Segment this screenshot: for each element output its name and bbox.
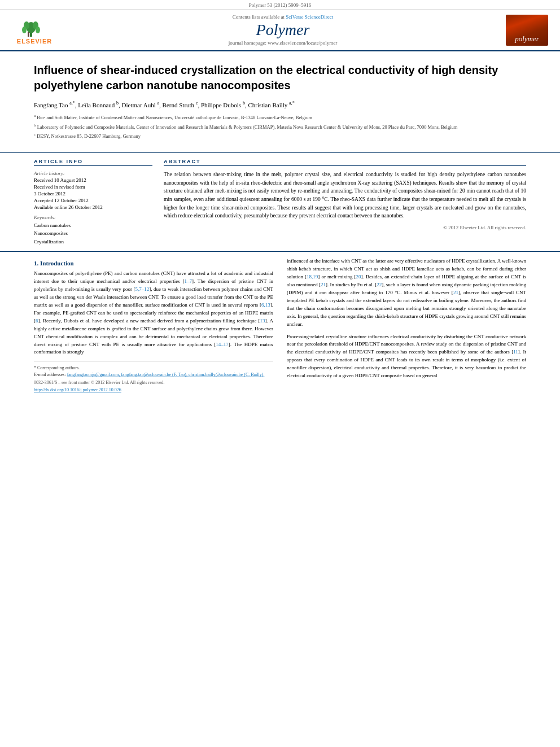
authors-line: Fangfang Tao a,*, Leïla Bonnaud b, Dietm…: [34, 100, 526, 110]
affiliations: a Bio- and Soft Matter, Institute of Con…: [34, 113, 526, 140]
elsevier-wordmark: ELSEVIER: [17, 38, 52, 45]
svg-point-4: [22, 27, 27, 33]
intro-heading: 1. Introduction: [34, 260, 273, 267]
article-info-abstract: ARTICLE INFO Article history: Received 1…: [0, 152, 560, 251]
ref-11[interactable]: 11: [513, 349, 518, 355]
keyword-3: Crystallization: [34, 238, 152, 246]
ref-14-17[interactable]: 14–17: [216, 342, 229, 347]
affil-c: c DESY, Notkestrasse 85, D-22607 Hamburg…: [34, 132, 526, 140]
keywords-label: Keywords:: [34, 215, 152, 220]
polymer-logo: polymer: [506, 15, 551, 46]
polymer-logo-image: polymer: [506, 15, 548, 46]
affil-a: a Bio- and Soft Matter, Institute of Con…: [34, 113, 526, 121]
author-6: Christian Bailly a,*: [248, 102, 294, 108]
intro-para-right-1: influenced at the interface with CNT as …: [287, 257, 526, 328]
body-left-col: 1. Introduction Nanocomposites of polyet…: [34, 257, 273, 392]
received-date: Received 10 August 2012: [34, 177, 152, 183]
article-info-col: ARTICLE INFO Article history: Received 1…: [34, 159, 152, 246]
footnote-section: * Corresponding authors. E-mail addresse…: [34, 361, 273, 392]
sciverse-text: Contents lists available at SciVerse Sci…: [65, 14, 500, 20]
ref-21[interactable]: 21: [321, 282, 326, 287]
affil-b: b Laboratory of Polymeric and Composite …: [34, 123, 526, 131]
email-link[interactable]: fangfangtao.nju@gmail.com, fangfang.tao@…: [67, 372, 265, 377]
journal-header: ELSEVIER Contents lists available at Sci…: [0, 10, 560, 51]
main-body: 1. Introduction Nanocomposites of polyet…: [0, 251, 560, 398]
ref-18-19[interactable]: 18,19: [307, 274, 318, 279]
ref-20[interactable]: 20: [356, 274, 361, 279]
author-3: Dietmar Auhl a: [122, 102, 160, 108]
ref-1-7[interactable]: 1–7: [184, 278, 192, 284]
svg-point-5: [36, 27, 40, 33]
body-two-col: 1. Introduction Nanocomposites of polyet…: [34, 257, 526, 392]
article-title-section: Influence of shear-induced crystallizati…: [0, 51, 560, 152]
ref-13[interactable]: 13: [260, 318, 265, 324]
email-label: E-mail addresses: fangfangtao.nju@gmail.…: [34, 372, 273, 378]
journal-name: Polymer: [65, 21, 500, 39]
doi-link: http://dx.doi.org/10.1016/j.polymer.2012…: [34, 387, 273, 392]
history-label: Article history:: [34, 171, 152, 176]
article-info-label: ARTICLE INFO: [34, 159, 152, 166]
accepted-date: Accepted 12 October 2012: [34, 198, 152, 203]
polymer-logo-word: polymer: [515, 34, 539, 43]
author-5: Philippe Dubois b: [201, 102, 245, 108]
keyword-2: Nanocomposites: [34, 229, 152, 237]
abstract-label: ABSTRACT: [164, 159, 526, 166]
available-date: Available online 26 October 2012: [34, 204, 152, 210]
journal-homepage: journal homepage: www.elsevier.com/locat…: [65, 40, 500, 46]
author-4: Bernd Struth c: [163, 102, 198, 108]
elsevier-logo: ELSEVIER: [9, 15, 60, 45]
abstract-copyright: © 2012 Elsevier Ltd. All rights reserved…: [164, 225, 526, 230]
ref-6-13[interactable]: 6,13: [261, 302, 270, 308]
elsevier-tree-icon: [20, 15, 49, 38]
keyword-1: Carbon nanotubes: [34, 221, 152, 229]
received-revised-label: Received in revised form: [34, 184, 152, 190]
ref-6[interactable]: 6: [36, 318, 38, 324]
intro-para-1: Nanocomposites of polyethylene (PE) and …: [34, 270, 273, 356]
sciverse-link[interactable]: SciVerse ScienceDirect: [286, 14, 333, 20]
journal-citation-bar: Polymer 53 (2012) 5909–5916: [0, 0, 560, 10]
copyright-footer: 0032-3861/$ – see front matter © 2012 El…: [34, 379, 273, 386]
author-1: Fangfang Tao a,*: [34, 102, 75, 108]
journal-center: Contents lists available at SciVerse Sci…: [65, 14, 500, 46]
ref-5-12[interactable]: 5,7–12: [135, 286, 149, 292]
journal-citation: Polymer 53 (2012) 5909–5916: [249, 2, 312, 8]
doi-anchor[interactable]: http://dx.doi.org/10.1016/j.polymer.2012…: [34, 387, 121, 392]
revised-date: 3 October 2012: [34, 191, 152, 196]
abstract-text: The relation between shear-mixing time i…: [164, 171, 526, 220]
homepage-link[interactable]: journal homepage: www.elsevier.com/locat…: [229, 40, 337, 46]
article-title: Influence of shear-induced crystallizati…: [34, 63, 526, 93]
corresponding-note: * Corresponding authors.: [34, 365, 273, 372]
ref-22[interactable]: 22: [377, 282, 382, 287]
intro-para-right-2: Processing-related crystalline structure…: [287, 333, 526, 381]
abstract-col: ABSTRACT The relation between shear-mixi…: [164, 159, 526, 246]
ref-21b[interactable]: 21: [453, 290, 458, 295]
svg-rect-6: [28, 32, 29, 37]
author-2: Leïla Bonnaud b: [78, 102, 119, 108]
body-right-col: influenced at the interface with CNT as …: [287, 257, 526, 392]
